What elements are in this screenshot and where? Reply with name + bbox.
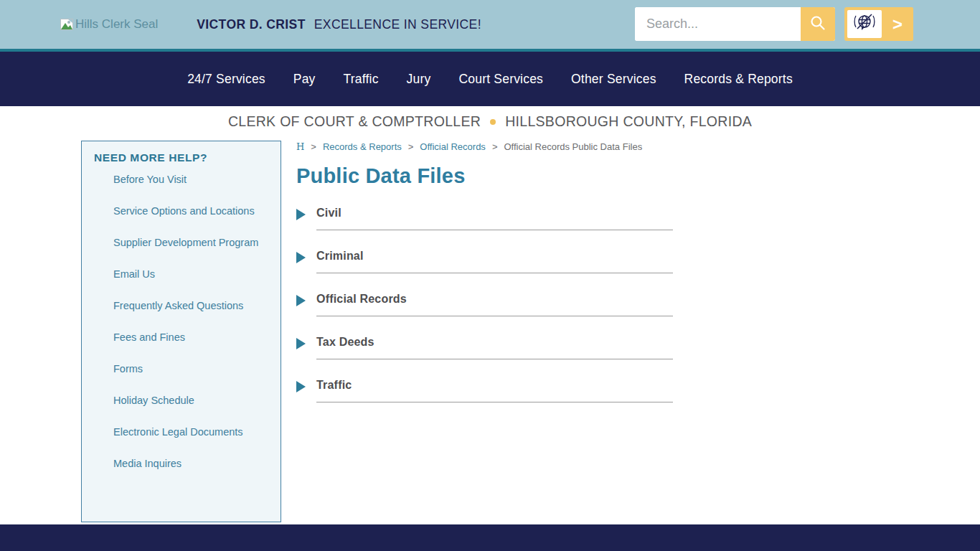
broken-image-icon (60, 19, 73, 30)
sidebar-title: NEED MORE HELP? (94, 151, 268, 164)
main-content: H > Records & Reports > Official Records… (296, 137, 673, 422)
logo-alt-text: Hills Clerk Seal (75, 17, 158, 32)
expand-triangle-icon (296, 338, 306, 349)
expand-triangle-icon (296, 209, 306, 220)
breadcrumb: H > Records & Reports > Official Records… (296, 141, 673, 152)
help-sidebar: NEED MORE HELP? Before You Visit Service… (81, 141, 281, 522)
accordion-criminal[interactable]: Criminal (296, 250, 673, 293)
expand-triangle-icon (296, 252, 306, 263)
accordion-underline: Criminal (316, 250, 673, 273)
accordion-tax-deeds[interactable]: Tax Deeds (296, 336, 673, 379)
list-item: Supplier Development Program (113, 234, 268, 251)
breadcrumb-separator: > (492, 141, 498, 152)
accordion-label: Tax Deeds (316, 336, 374, 348)
sidebar-item-media-inquires[interactable]: Media Inquires (113, 458, 182, 469)
tagline: EXCELLENCE IN SERVICE! (314, 17, 481, 32)
org-banner-left: CLERK OF COURT & COMPTROLLER (228, 113, 481, 130)
accordion-official-records[interactable]: Official Records (296, 293, 673, 336)
site-logo[interactable]: Hills Clerk Seal (60, 17, 158, 32)
sidebar-item-holiday-schedule[interactable]: Holiday Schedule (113, 395, 194, 406)
list-item: Frequently Asked Questions (113, 297, 268, 314)
list-item: Service Options and Locations (113, 202, 268, 220)
accordion-label: Official Records (316, 293, 407, 305)
official-name: VICTOR D. CRIST (197, 17, 306, 32)
org-banner-right: HILLSBOROUGH COUNTY, FLORIDA (505, 113, 752, 130)
list-item: Forms (113, 360, 268, 377)
list-item: Media Inquires (113, 455, 268, 472)
nav-item-jury[interactable]: Jury (407, 72, 431, 87)
breadcrumb-home-link[interactable]: H (296, 141, 304, 152)
sidebar-item-supplier-development[interactable]: Supplier Development Program (113, 237, 258, 248)
search-button[interactable] (801, 7, 835, 41)
site-title: VICTOR D. CRIST EXCELLENCE IN SERVICE! (197, 17, 481, 32)
top-header: Hills Clerk Seal VICTOR D. CRIST EXCELLE… (0, 0, 980, 49)
search-input[interactable] (635, 7, 801, 41)
breadcrumb-separator: > (311, 141, 316, 152)
search-area: > (635, 7, 913, 41)
sidebar-item-electronic-legal-documents[interactable]: Electronic Legal Documents (113, 426, 243, 438)
sidebar-item-email-us[interactable]: Email Us (113, 268, 155, 280)
sidebar-item-forms[interactable]: Forms (113, 363, 143, 375)
accordion-label: Civil (316, 207, 341, 219)
list-item: Electronic Legal Documents (113, 423, 268, 441)
accordion-underline: Tax Deeds (316, 336, 673, 359)
nav-item-other-services[interactable]: Other Services (571, 72, 656, 87)
breadcrumb-records-reports-link[interactable]: Records & Reports (323, 141, 402, 152)
language-selector[interactable] (847, 10, 882, 38)
sidebar-item-service-options[interactable]: Service Options and Locations (113, 205, 255, 217)
content-area: NEED MORE HELP? Before You Visit Service… (0, 137, 980, 524)
accordion-civil[interactable]: Civil (296, 207, 673, 250)
org-banner: CLERK OF COURT & COMPTROLLER HILLSBOROUG… (0, 106, 980, 137)
expand-triangle-icon (296, 295, 306, 306)
list-item: Before You Visit (113, 171, 268, 188)
accordion-underline: Traffic (316, 379, 673, 402)
search-box (635, 7, 835, 41)
page-footer (0, 524, 980, 551)
breadcrumb-current-page: Official Records Public Data Files (504, 141, 642, 152)
accordion-label: Criminal (316, 250, 364, 262)
main-navigation: 24/7 Services Pay Traffic Jury Court Ser… (0, 52, 980, 106)
gold-dot-icon (490, 119, 496, 125)
sidebar-item-before-you-visit[interactable]: Before You Visit (113, 174, 187, 185)
nav-item-records-reports[interactable]: Records & Reports (684, 72, 793, 87)
list-item: Email Us (113, 265, 268, 283)
accordion-underline: Official Records (316, 293, 673, 316)
search-icon (810, 15, 826, 33)
accordion-underline: Civil (316, 207, 673, 230)
sidebar-list: Before You Visit Service Options and Loc… (94, 171, 268, 472)
nav-item-court-services[interactable]: Court Services (458, 72, 543, 87)
nav-item-traffic[interactable]: Traffic (344, 72, 379, 87)
nav-item-pay[interactable]: Pay (293, 72, 316, 87)
sidebar-item-faq[interactable]: Frequently Asked Questions (113, 300, 243, 311)
breadcrumb-separator: > (408, 141, 414, 152)
breadcrumb-official-records-link[interactable]: Official Records (420, 141, 486, 152)
accordion-traffic[interactable]: Traffic (296, 379, 673, 422)
expand-triangle-icon (296, 381, 306, 392)
page-title: Public Data Files (296, 164, 673, 188)
list-item: Holiday Schedule (113, 392, 268, 409)
language-widget: > (844, 7, 913, 41)
translate-globe-icon (852, 11, 877, 37)
nav-item-247-services[interactable]: 24/7 Services (187, 72, 265, 87)
language-go-button[interactable]: > (882, 7, 913, 41)
accordion-label: Traffic (316, 379, 352, 391)
list-item: Fees and Fines (113, 329, 268, 346)
sidebar-item-fees-fines[interactable]: Fees and Fines (113, 331, 185, 343)
